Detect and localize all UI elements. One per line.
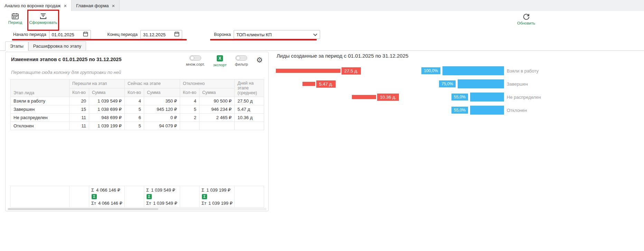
- col-header-sum[interactable]: Сумма: [199, 88, 235, 97]
- sigma-icon: Σ: [146, 187, 149, 193]
- cell-days: 5.47 д: [235, 105, 264, 114]
- end-date-label: Конец периода: [108, 32, 138, 37]
- col-header-days[interactable]: Дней на этапе (среднее): [235, 79, 264, 97]
- cell-days: 27.50 д: [235, 97, 264, 105]
- col-header-sum[interactable]: Сумма: [144, 88, 180, 97]
- table-row[interactable]: Отклонен 11 1 039 199 ₽ 5 94 079 ₽: [11, 122, 264, 130]
- calendar-icon[interactable]: [83, 31, 88, 38]
- multisort-label: множ.сорт.: [186, 62, 205, 66]
- funnel-label: Воронка: [214, 32, 231, 37]
- sigma-total-icon: Σт: [91, 201, 96, 206]
- filter-toggle[interactable]: фильтр: [235, 55, 248, 66]
- funnel-select-value: ТОП-клиенты КП: [236, 32, 272, 37]
- toggle-switch[interactable]: [189, 55, 201, 61]
- tab-stage-detail[interactable]: Расшифровка по этапу: [28, 41, 86, 50]
- cell-moved-sum: 1 038 699 ₽: [89, 105, 125, 114]
- grid-controls: множ.сорт. X экспорт фильтр ⚙: [186, 55, 263, 67]
- funnel-bar: [442, 66, 504, 75]
- cell-now-sum: 350 ₽: [144, 97, 180, 105]
- refresh-button[interactable]: Обновить: [514, 13, 538, 25]
- cell-stage: Взяли в работу: [11, 97, 69, 105]
- funnel-bar-row: 100,0% Взяли в работу: [419, 64, 557, 77]
- sigma-badge-icon: Σ: [92, 194, 97, 199]
- table-row[interactable]: Взяли в работу 20 1 039 549 ₽ 4 350 ₽ 4 …: [11, 97, 264, 105]
- cell-stage: Завершен: [11, 105, 69, 114]
- cell-stage: Не распределен: [11, 114, 69, 122]
- window-tab-main-form[interactable]: Главная форма ×: [72, 0, 120, 11]
- close-icon[interactable]: ×: [112, 3, 115, 8]
- funnel-select[interactable]: ТОП-клиенты КП: [234, 30, 320, 39]
- percent-label: 55,0%: [451, 94, 468, 100]
- cell-now-count: 6: [125, 114, 144, 122]
- toggle-switch[interactable]: [235, 55, 247, 61]
- cell-stage: Отклонен: [11, 122, 69, 130]
- funnel-bar-row: 55,0% Отклонен: [419, 104, 557, 117]
- totals-row: Σ4 066 146 ₽ Σ Σт4 066 146 ₽ Σ1 039 549 …: [10, 186, 264, 207]
- calendar-icon[interactable]: [174, 31, 179, 38]
- calendar-icon: [11, 13, 19, 20]
- col-header-count[interactable]: Кол-во: [69, 88, 89, 97]
- totals-empty: [69, 186, 89, 207]
- days-bar: [352, 95, 376, 99]
- period-button[interactable]: Период: [7, 13, 24, 25]
- start-date-label: Начало периода: [13, 32, 46, 37]
- col-header-count[interactable]: Кол-во: [180, 88, 199, 97]
- cell-now-count: 5: [125, 105, 144, 114]
- start-date-input[interactable]: [52, 32, 81, 37]
- panel-title: Изменения этапов с 01.01.2025 по 31.12.2…: [11, 57, 122, 62]
- cell-rejected-sum: [199, 122, 235, 130]
- percent-label: 75,0%: [439, 80, 456, 87]
- tab-stages[interactable]: Этапы: [5, 41, 28, 51]
- cell-now-sum: 0 ₽: [144, 114, 180, 122]
- settings-gear-icon[interactable]: ⚙: [256, 56, 263, 64]
- refresh-button-label: Обновить: [517, 21, 535, 25]
- cell-days: 10.36 д: [235, 114, 264, 122]
- excel-icon: X: [217, 55, 223, 61]
- close-icon[interactable]: ×: [64, 3, 67, 8]
- chevron-down-icon: [313, 31, 317, 38]
- totals-empty: [180, 186, 199, 207]
- leads-chart-title: Лиды созданные за период с 01.01.2025 по…: [277, 53, 408, 59]
- filter-bar: Начало периода Конец периода Воронка ТОП…: [0, 29, 644, 40]
- multisort-toggle[interactable]: множ.сорт.: [186, 55, 205, 66]
- app-window: Анализ по воронке продаж × Главная форма…: [0, 0, 644, 251]
- table-row[interactable]: Завершен 15 1 038 699 ₽ 5 945 120 ₽ 5 94…: [11, 105, 264, 114]
- refresh-icon: [522, 13, 530, 20]
- days-bar: [302, 82, 315, 86]
- window-tab-analysis[interactable]: Анализ по воронке продаж ×: [0, 0, 72, 11]
- cell-moved-count: 11: [69, 114, 89, 122]
- horizontal-scrollbar[interactable]: [7, 208, 267, 210]
- totals-now-sum: Σ1 039 549 ₽ Σ Σт1 039 549 ₽: [144, 186, 180, 207]
- generate-report-icon: [39, 13, 47, 20]
- totals-moved-sum: Σ4 066 146 ₽ Σ Σт4 066 146 ₽: [89, 186, 125, 207]
- cell-moved-sum: 948 699 ₽: [89, 114, 125, 122]
- cell-rejected-count: 5: [180, 105, 199, 114]
- end-date-input[interactable]: [143, 32, 172, 37]
- cell-rejected-sum: 90 500 ₽: [199, 97, 235, 105]
- export-label: экспорт: [213, 63, 226, 67]
- scrollbar-thumb[interactable]: [8, 208, 158, 210]
- funnel-bar: [458, 79, 504, 88]
- stage-label: Завершен: [507, 81, 528, 87]
- export-button[interactable]: X экспорт: [213, 55, 226, 67]
- days-bar-row: 10.36 д.: [275, 90, 403, 104]
- days-bar: [276, 69, 340, 73]
- cell-moved-sum: 1 039 549 ₽: [89, 97, 125, 105]
- cell-rejected-sum: 2 465 ₽: [199, 114, 235, 122]
- cell-days: [235, 122, 264, 130]
- col-header-count[interactable]: Кол-во: [125, 88, 144, 97]
- start-date-field[interactable]: [49, 30, 91, 39]
- percent-label: 55,0%: [451, 107, 468, 114]
- days-bar-row: 5.47 д.: [275, 77, 403, 90]
- cell-moved-count: 11: [69, 122, 89, 130]
- end-date-field[interactable]: [140, 30, 182, 39]
- group-header-rejected: Отклонено: [180, 79, 235, 88]
- cell-rejected-count: 4: [180, 97, 199, 105]
- col-header-sum[interactable]: Сумма: [89, 88, 125, 97]
- table-row[interactable]: Не распределен 11 948 699 ₽ 6 0 ₽ 2 2 46…: [11, 114, 264, 122]
- cell-moved-count: 20: [69, 97, 89, 105]
- sigma-badge-icon: Σ: [202, 194, 207, 199]
- col-header-stage[interactable]: Этап лида: [11, 79, 69, 97]
- totals-empty: [125, 186, 144, 207]
- generate-button[interactable]: Сформировать: [30, 13, 57, 25]
